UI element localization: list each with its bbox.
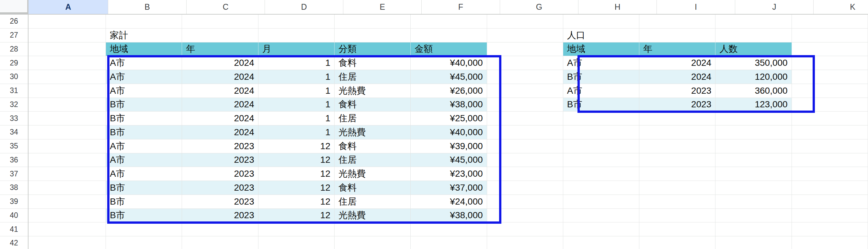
column-header-E[interactable]: E — [343, 0, 422, 14]
cell-F26[interactable] — [411, 15, 487, 29]
cell-G33[interactable] — [487, 112, 563, 126]
cell-F32[interactable]: ¥38,000 — [411, 98, 487, 112]
cell-G38[interactable] — [487, 181, 563, 195]
cell-D38[interactable]: 12 — [258, 181, 335, 195]
row-header-26[interactable]: 26 — [0, 15, 28, 29]
cell-D33[interactable]: 1 — [258, 112, 335, 126]
cell-B28[interactable]: 地域 — [106, 43, 182, 56]
cell-H41[interactable] — [563, 222, 639, 237]
row-header-39[interactable]: 39 — [0, 195, 28, 209]
cell-G32[interactable] — [487, 98, 563, 112]
cell-J41[interactable] — [715, 222, 792, 237]
cell-K31[interactable] — [792, 84, 868, 98]
cell-C40[interactable]: 2023 — [182, 209, 258, 223]
cell-C39[interactable]: 2023 — [182, 195, 258, 209]
cell-G39[interactable] — [487, 195, 563, 209]
cell-K42[interactable] — [792, 237, 868, 249]
cell-D26[interactable] — [258, 15, 335, 29]
cell-I28[interactable]: 年 — [639, 43, 715, 56]
cell-C32[interactable]: 2024 — [182, 98, 258, 112]
cell-K32[interactable] — [792, 98, 868, 112]
cell-F42[interactable] — [411, 237, 487, 249]
cell-E35[interactable]: 食料 — [335, 139, 411, 154]
cell-E29[interactable]: 食料 — [335, 56, 411, 70]
cell-K40[interactable] — [792, 209, 868, 223]
row-header-30[interactable]: 30 — [0, 70, 28, 84]
cell-E42[interactable] — [335, 237, 411, 249]
cell-E39[interactable]: 住居 — [335, 195, 411, 209]
cell-G30[interactable] — [487, 70, 563, 84]
cell-J26[interactable] — [715, 15, 792, 29]
cell-B29[interactable]: A市 — [106, 56, 182, 70]
row-header-35[interactable]: 35 — [0, 139, 28, 154]
cell-F31[interactable]: ¥26,000 — [411, 84, 487, 98]
row-header-42[interactable]: 42 — [0, 237, 28, 249]
cell-C31[interactable]: 2024 — [182, 84, 258, 98]
cell-A39[interactable] — [29, 195, 106, 209]
cell-E36[interactable]: 住居 — [335, 154, 411, 167]
cell-E38[interactable]: 食料 — [335, 181, 411, 195]
cell-A38[interactable] — [29, 181, 106, 195]
cell-E33[interactable]: 住居 — [335, 112, 411, 126]
cell-G26[interactable] — [487, 15, 563, 29]
cell-H42[interactable] — [563, 237, 639, 249]
cell-K34[interactable] — [792, 126, 868, 139]
cell-A35[interactable] — [29, 139, 106, 154]
cell-F29[interactable]: ¥40,000 — [411, 56, 487, 70]
cell-B41[interactable] — [106, 222, 182, 237]
column-header-H[interactable]: H — [579, 0, 657, 14]
column-header-J[interactable]: J — [735, 0, 814, 14]
cell-F35[interactable]: ¥39,000 — [411, 139, 487, 154]
cell-A28[interactable] — [29, 43, 106, 56]
cell-A32[interactable] — [29, 98, 106, 112]
cell-I41[interactable] — [639, 222, 715, 237]
column-header-C[interactable]: C — [187, 0, 265, 14]
cell-B27[interactable]: 家計 — [106, 29, 182, 43]
cell-H34[interactable] — [563, 126, 639, 139]
cell-C29[interactable]: 2024 — [182, 56, 258, 70]
cell-A41[interactable] — [29, 222, 106, 237]
cell-D36[interactable]: 12 — [258, 154, 335, 167]
cell-C34[interactable]: 2024 — [182, 126, 258, 139]
cell-E41[interactable] — [335, 222, 411, 237]
cell-I42[interactable] — [639, 237, 715, 249]
column-header-D[interactable]: D — [265, 0, 343, 14]
cell-B31[interactable]: A市 — [106, 84, 182, 98]
column-header-I[interactable]: I — [657, 0, 735, 14]
cell-H35[interactable] — [563, 139, 639, 154]
cell-I30[interactable]: 2024 — [639, 70, 715, 84]
cell-I27[interactable] — [639, 29, 715, 43]
cell-J40[interactable] — [715, 209, 792, 223]
cell-J37[interactable] — [715, 167, 792, 181]
cell-H32[interactable]: B市 — [563, 98, 639, 112]
cell-I40[interactable] — [639, 209, 715, 223]
cell-J29[interactable]: 350,000 — [715, 56, 792, 70]
cell-F38[interactable]: ¥37,000 — [411, 181, 487, 195]
cell-J32[interactable]: 123,000 — [715, 98, 792, 112]
cell-F36[interactable]: ¥45,000 — [411, 154, 487, 167]
cell-E27[interactable] — [335, 29, 411, 43]
cell-D32[interactable]: 1 — [258, 98, 335, 112]
row-header-40[interactable]: 40 — [0, 209, 28, 223]
cell-B39[interactable]: B市 — [106, 195, 182, 209]
cell-J38[interactable] — [715, 181, 792, 195]
cell-K27[interactable] — [792, 29, 868, 43]
cell-K37[interactable] — [792, 167, 868, 181]
cell-D42[interactable] — [258, 237, 335, 249]
cell-C28[interactable]: 年 — [182, 43, 258, 56]
cell-D40[interactable]: 12 — [258, 209, 335, 223]
cell-A34[interactable] — [29, 126, 106, 139]
cell-H30[interactable]: B市 — [563, 70, 639, 84]
cell-I31[interactable]: 2023 — [639, 84, 715, 98]
row-header-27[interactable]: 27 — [0, 29, 28, 43]
cell-F37[interactable]: ¥23,000 — [411, 167, 487, 181]
cell-B42[interactable] — [106, 237, 182, 249]
cell-G42[interactable] — [487, 237, 563, 249]
cell-H39[interactable] — [563, 195, 639, 209]
cell-B33[interactable]: B市 — [106, 112, 182, 126]
cell-K38[interactable] — [792, 181, 868, 195]
cell-B37[interactable]: A市 — [106, 167, 182, 181]
cell-F28[interactable]: 金額 — [411, 43, 487, 56]
cell-I39[interactable] — [639, 195, 715, 209]
cell-B35[interactable]: A市 — [106, 139, 182, 154]
